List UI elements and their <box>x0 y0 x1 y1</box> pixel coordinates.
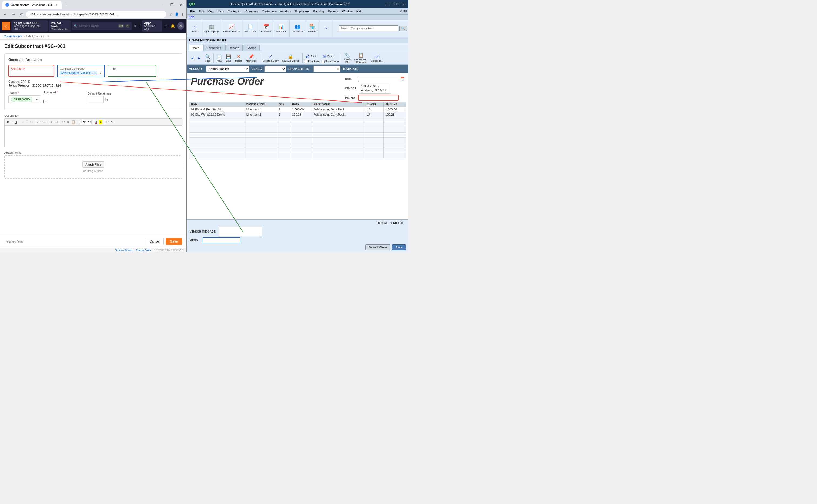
attach-files-button[interactable]: Attach Files <box>82 161 104 168</box>
table-row-empty[interactable] <box>189 148 406 153</box>
qb-tab-formatting[interactable]: Formatting <box>203 45 225 51</box>
procore-flag-btn[interactable]: F <box>139 24 141 28</box>
qb-create-copy-btn[interactable]: ✓ Create a Copy <box>262 53 280 63</box>
qb-memo-input[interactable]: Concrete Pour <box>203 237 240 243</box>
desc-cut-btn[interactable]: ✂ <box>62 120 66 124</box>
title-input[interactable]: Concrete Pour <box>110 71 153 75</box>
procore-home-button[interactable]: ⌂ <box>2 22 10 30</box>
table-row-empty[interactable] <box>189 122 406 127</box>
qb-tool-calendar[interactable]: 📅 Calendar <box>259 20 274 37</box>
qb-email-btn[interactable]: ✉ Email <box>322 53 339 59</box>
qb-tab-search[interactable]: Search <box>243 45 260 51</box>
qb-save-btn-footer[interactable]: Save <box>392 244 406 250</box>
chrome-bookmark-btn[interactable]: ☆ <box>170 12 173 16</box>
qb-prev-btn[interactable]: ◄ <box>189 55 196 61</box>
desc-align-center-btn[interactable]: ☰ <box>25 120 29 124</box>
desc-font-color-btn[interactable]: A <box>95 120 98 124</box>
qb-select-item-btn[interactable]: ☑ Select Ite... <box>370 53 384 63</box>
qb-menu-vendors[interactable]: Vendors <box>279 9 293 14</box>
qb-menu-reports[interactable]: Reports <box>326 9 340 14</box>
desc-redo-btn[interactable]: ↪ <box>110 120 114 124</box>
procore-apps-selector[interactable]: Apps Select an App <box>142 20 162 32</box>
procore-search-input[interactable] <box>79 24 116 28</box>
qb-menu-banking[interactable]: Banking <box>312 9 326 14</box>
table-row-empty[interactable] <box>189 153 406 158</box>
qb-minimize-btn[interactable]: − <box>385 2 390 6</box>
breadcrumb-parent-link[interactable]: Commitments <box>4 35 22 38</box>
qb-save-btn[interactable]: 💾 Save <box>225 53 233 63</box>
table-row[interactable]: 01 Plans & Permits :01... Line Item 1 1 … <box>189 107 406 112</box>
qb-tool-income-tracker[interactable]: 📈 Income Tracker <box>221 20 242 37</box>
desc-copy-btn[interactable]: ⎘ <box>66 120 70 124</box>
qb-restore-btn[interactable]: ❐ <box>393 2 398 6</box>
qb-po-no-input[interactable]: SC--001 <box>358 95 399 101</box>
procore-bell-btn[interactable]: 🔔 <box>169 23 176 29</box>
table-row-empty[interactable] <box>189 127 406 133</box>
company-tag-remove-btn[interactable]: ✕ <box>93 72 96 75</box>
qb-menu-company[interactable]: Company <box>244 9 260 14</box>
desc-underline-btn[interactable]: U <box>14 120 18 124</box>
qb-delete-btn[interactable]: ✕ Delete <box>234 53 243 63</box>
desc-align-left-btn[interactable]: ≡ <box>21 120 24 124</box>
qb-next-btn[interactable]: ► <box>196 55 203 61</box>
qb-tool-bill-tracker[interactable]: 📄 Bill Tracker <box>242 20 259 37</box>
desc-italic-btn[interactable]: I <box>11 120 13 124</box>
chrome-menu-btn[interactable]: ⋮ <box>180 12 184 16</box>
attachments-drop-zone[interactable]: Attach Files or Drag & Drop <box>4 155 182 179</box>
table-row-empty[interactable] <box>189 133 406 138</box>
cancel-button[interactable]: Cancel <box>146 238 164 245</box>
qb-search-button[interactable]: 🔍 <box>399 26 407 31</box>
desc-bold-btn[interactable]: B <box>6 120 10 124</box>
table-row-empty[interactable] <box>189 117 406 122</box>
qb-menu-help[interactable]: Help <box>355 9 364 14</box>
qb-tab-main[interactable]: Main <box>189 45 203 51</box>
qb-menu-customers[interactable]: Customers <box>260 9 278 14</box>
qb-create-item-receipts-btn[interactable]: 📋 Create ItemReceipts <box>353 52 369 64</box>
qb-tab-reports[interactable]: Reports <box>225 45 243 51</box>
qb-print-btn[interactable]: 🖨 Print <box>304 53 320 59</box>
qb-date-input[interactable]: 08/26/2024 <box>358 76 398 82</box>
chrome-forward-btn[interactable]: → <box>10 12 17 17</box>
qb-dropship-select[interactable] <box>313 66 340 72</box>
desc-bullet-list-btn[interactable]: •≡ <box>36 120 41 124</box>
desc-paste-btn[interactable]: 📋 <box>71 120 76 124</box>
table-row[interactable]: 02 Site Work:02.10 Demo Line Item 2 1 10… <box>189 112 406 117</box>
qb-menu-file[interactable]: File <box>189 9 197 14</box>
qb-new-btn[interactable]: 📄 New <box>215 53 223 63</box>
procore-search-bar[interactable]: 🔍 Ctrl K <box>72 22 132 30</box>
privacy-link[interactable]: Privacy Policy <box>136 249 151 251</box>
qb-tool-my-company[interactable]: 🏢 My Company <box>202 20 221 37</box>
save-button[interactable]: Save <box>166 238 182 245</box>
procore-help-btn[interactable]: ? <box>164 23 168 29</box>
qb-find-btn[interactable]: 🔍 Find <box>204 53 212 63</box>
chrome-minimize[interactable]: − <box>161 2 166 8</box>
company-dropdown-arrow[interactable]: ▼ <box>99 72 102 75</box>
status-select[interactable]: APPROVED ▼ <box>8 95 41 103</box>
qb-menu-employees[interactable]: Employees <box>293 9 311 14</box>
procore-company-selector[interactable]: Agave Demo ERP Wiessinger, Gary:Paul Pro… <box>11 20 48 32</box>
desc-highlight-btn[interactable]: A <box>99 120 102 124</box>
qb-menu-edit[interactable]: Edit <box>197 9 206 14</box>
qb-close-btn[interactable]: ✕ <box>401 2 406 6</box>
calendar-picker-icon[interactable]: 📅 <box>400 77 405 81</box>
chrome-profile-btn[interactable]: 👤 <box>175 12 179 16</box>
terms-link[interactable]: Terms of Service <box>115 249 133 251</box>
qb-tool-more[interactable]: » <box>319 20 333 37</box>
qb-mark-closed-btn[interactable]: 🔒 Mark As Closed <box>281 53 301 63</box>
procore-favorite-btn[interactable]: ★ <box>133 23 138 28</box>
qb-print-later-checkbox[interactable] <box>304 60 307 63</box>
procore-tools-selector[interactable]: Project Tools Commitments <box>49 20 71 32</box>
desc-number-list-btn[interactable]: 1≡ <box>42 120 47 124</box>
qb-email-later-checkbox[interactable] <box>322 60 325 63</box>
chrome-tab-close-btn[interactable]: ✕ <box>56 4 58 6</box>
qb-help-bar[interactable]: Help <box>187 15 409 20</box>
table-row-empty[interactable] <box>189 143 406 148</box>
chrome-address-bar[interactable]: us02.procore.com/webclients/host/compani… <box>26 11 166 18</box>
qb-vendor-select[interactable]: Arthur Supplies <box>206 66 249 72</box>
desc-indent-left-btn[interactable]: ⇤ <box>50 120 54 124</box>
qb-tool-vendors[interactable]: 🏪 Vendors <box>306 20 319 37</box>
contract-number-input[interactable]: SC--001 <box>11 71 52 75</box>
executed-checkbox[interactable] <box>43 100 47 103</box>
qb-tool-snapshots[interactable]: 📊 Snapshots <box>273 20 290 37</box>
retainage-input[interactable]: 5 <box>88 96 104 103</box>
